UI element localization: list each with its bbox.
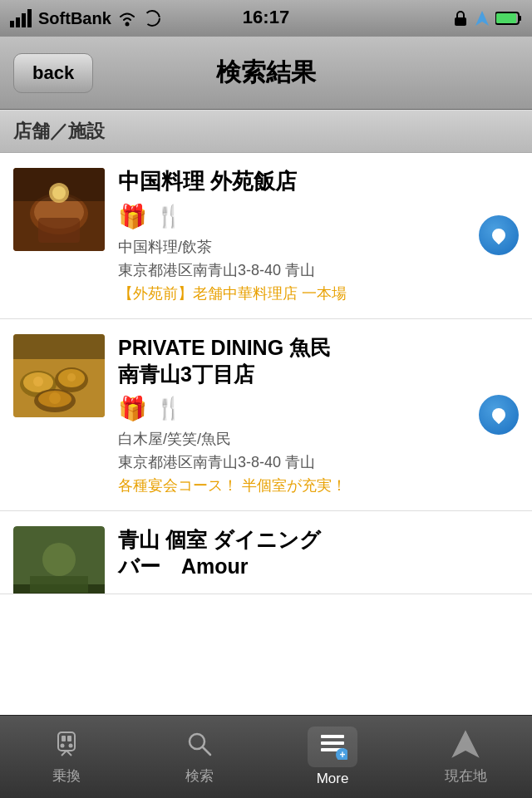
- results-list[interactable]: 中国料理 外苑飯店 🎁 🍴 中国料理/飲茶 東京都港区南青山3-8-40 青山 …: [0, 153, 532, 722]
- result-icons-2: 🎁 🍴: [118, 395, 469, 422]
- result-category-2: 白木屋/笑笑/魚民: [118, 429, 469, 449]
- svg-rect-2: [22, 13, 26, 27]
- svg-rect-10: [519, 16, 521, 21]
- search-icon: [185, 729, 214, 763]
- svg-rect-25: [13, 334, 105, 359]
- chinese-thumb-svg: [13, 168, 105, 251]
- result-name-3: 青山 個室 ダイニングバー Amour: [118, 526, 469, 580]
- search-svg-icon: [185, 729, 214, 759]
- nav-title: 検索結果: [216, 56, 316, 90]
- svg-point-26: [33, 377, 43, 387]
- result-item-1[interactable]: 中国料理 外苑飯店 🎁 🍴 中国料理/飲茶 東京都港区南青山3-8-40 青山 …: [0, 153, 532, 319]
- svg-rect-3: [27, 9, 32, 27]
- svg-point-16: [52, 186, 66, 200]
- tab-search[interactable]: 検索: [133, 716, 266, 798]
- svg-rect-9: [496, 13, 516, 23]
- svg-line-41: [203, 747, 210, 755]
- svg-rect-32: [30, 576, 88, 593]
- svg-rect-33: [58, 732, 75, 751]
- location-status-icon: [474, 9, 490, 27]
- cutlery-icon-2: 🍴: [155, 396, 182, 421]
- result-name-2: PRIVATE DINING 魚民南青山3丁目店: [118, 334, 469, 388]
- result-promo-2: 各種宴会コース！ 半個室が充実！: [118, 475, 469, 495]
- seafood-thumb-svg: [13, 334, 105, 417]
- result-item-3[interactable]: 青山 個室 ダイニングバー Amour: [0, 511, 532, 594]
- more-label: More: [317, 771, 349, 787]
- svg-point-5: [145, 11, 160, 26]
- search-label: 検索: [185, 766, 214, 786]
- result-content-2: PRIVATE DINING 魚民南青山3丁目店 🎁 🍴 白木屋/笑笑/魚民 東…: [118, 334, 519, 495]
- svg-point-36: [61, 743, 65, 747]
- back-button[interactable]: back: [13, 53, 93, 93]
- tab-trains[interactable]: 乗換: [0, 716, 133, 798]
- location-icon: [451, 729, 480, 763]
- svg-rect-35: [67, 736, 71, 741]
- svg-rect-43: [321, 741, 344, 745]
- svg-point-4: [125, 22, 129, 27]
- result-address-2: 東京都港区南青山3-8-40 青山: [118, 452, 469, 472]
- svg-point-28: [49, 392, 61, 404]
- result-thumbnail-1: [13, 168, 105, 251]
- svg-point-37: [69, 743, 73, 747]
- signal-icon: [10, 9, 33, 27]
- battery-icon: [495, 11, 522, 26]
- lock-icon: [452, 9, 469, 27]
- svg-text:+: +: [339, 749, 345, 760]
- result-address-1: 東京都港区南青山3-8-40 青山: [118, 260, 469, 280]
- result-thumbnail-2: [13, 334, 105, 417]
- trains-label: 乗換: [52, 766, 81, 786]
- result-icons-1: 🎁 🍴: [118, 203, 469, 230]
- carrier-label: SoftBank: [38, 9, 111, 28]
- svg-rect-42: [321, 735, 344, 738]
- svg-rect-6: [455, 17, 466, 26]
- status-right: [452, 9, 522, 27]
- result-thumbnail-3: [13, 526, 105, 594]
- more-active-bg: +: [308, 727, 357, 767]
- more-svg-icon: +: [318, 730, 347, 760]
- svg-rect-1: [16, 17, 20, 27]
- loading-icon: [143, 9, 161, 27]
- bar-thumb-svg: [13, 526, 105, 594]
- result-name-1: 中国料理 外苑飯店: [118, 168, 469, 196]
- section-header: 店舗／施設: [0, 110, 532, 153]
- tab-more[interactable]: + More: [266, 716, 399, 798]
- svg-point-31: [42, 543, 76, 576]
- svg-marker-47: [453, 732, 478, 756]
- svg-rect-34: [62, 736, 66, 741]
- svg-marker-7: [475, 11, 489, 26]
- tab-bar: 乗換 検索 + More: [0, 715, 532, 798]
- svg-rect-0: [10, 21, 14, 27]
- gift-icon-1: 🎁: [118, 203, 147, 230]
- status-bar: SoftBank 16:17: [0, 0, 532, 37]
- result-item-2[interactable]: PRIVATE DINING 魚民南青山3丁目店 🎁 🍴 白木屋/笑笑/魚民 東…: [0, 319, 532, 511]
- trains-icon: [52, 729, 81, 763]
- gift-icon-2: 🎁: [118, 395, 147, 422]
- location-btn-1[interactable]: [479, 215, 519, 255]
- nav-bar: back 検索結果: [0, 37, 532, 110]
- thumb-seafood-food: [13, 334, 105, 417]
- trains-svg-icon: [52, 729, 81, 759]
- wifi-icon: [116, 10, 138, 27]
- location-label: 現在地: [445, 766, 487, 786]
- cutlery-icon-1: 🍴: [155, 204, 182, 229]
- svg-point-27: [67, 373, 76, 382]
- more-icon: +: [318, 730, 347, 764]
- section-header-label: 店舗／施設: [13, 121, 105, 141]
- location-btn-2[interactable]: [479, 395, 519, 435]
- tab-location[interactable]: 現在地: [399, 716, 532, 798]
- location-svg-icon: [451, 729, 480, 759]
- result-content-3: 青山 個室 ダイニングバー Amour: [118, 526, 519, 587]
- status-left: SoftBank: [10, 9, 161, 28]
- thumb-chinese-interior: [13, 168, 105, 251]
- result-category-1: 中国料理/飲茶: [118, 237, 469, 257]
- result-content-1: 中国料理 外苑飯店 🎁 🍴 中国料理/飲茶 東京都港区南青山3-8-40 青山 …: [118, 168, 519, 303]
- svg-rect-17: [38, 218, 80, 243]
- status-time: 16:17: [243, 7, 289, 28]
- result-promo-1: 【外苑前】老舗中華料理店 一本場: [118, 283, 469, 303]
